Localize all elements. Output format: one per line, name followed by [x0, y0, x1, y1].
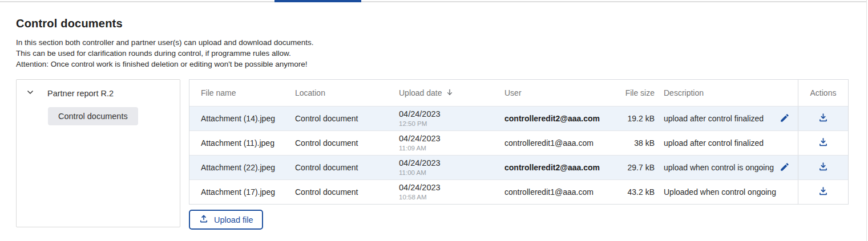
- report-tree-panel: Partner report R.2 Control documents: [16, 79, 180, 227]
- upload-date: 04/24/2023: [399, 134, 441, 144]
- tree-item-partner-report[interactable]: Partner report R.2: [17, 80, 180, 99]
- upload-file-button-label: Upload file: [214, 215, 253, 224]
- edit-description-button[interactable]: [780, 113, 798, 125]
- pencil-icon: [780, 113, 790, 125]
- description-text: Uploaded when control ongoing: [664, 187, 776, 197]
- upload-date: 04/24/2023: [399, 110, 441, 119]
- column-header-file-size[interactable]: File size: [605, 88, 657, 97]
- table-row: Attachment (17).jpeg Control document 04…: [189, 179, 848, 204]
- column-header-upload-date-label: Upload date: [399, 88, 442, 97]
- table-row: Attachment (22).jpeg Control document 04…: [189, 155, 848, 179]
- user-cell: controlleredit1@aaa.com: [504, 138, 605, 148]
- column-header-location[interactable]: Location: [295, 88, 399, 97]
- description-cell: upload after control finalized: [657, 113, 798, 125]
- file-size-cell: 43.2 kB: [605, 187, 657, 197]
- tab-strip: [0, 0, 866, 2]
- description-cell: upload after control finalized: [657, 138, 798, 148]
- user-cell: controlleredit2@aaa.com: [504, 163, 605, 172]
- upload-date: 04/24/2023: [399, 159, 441, 168]
- description-cell: upload when control is ongoing: [657, 162, 798, 174]
- location-cell: Control document: [295, 114, 399, 123]
- download-button[interactable]: [818, 186, 829, 198]
- actions-cell: [798, 131, 848, 155]
- upload-date: 04/24/2023: [399, 183, 441, 193]
- actions-cell: [798, 156, 848, 179]
- location-cell: Control document: [295, 187, 399, 197]
- download-button[interactable]: [818, 112, 829, 125]
- control-documents-chip[interactable]: Control documents: [48, 107, 138, 125]
- actions-cell: [798, 107, 848, 130]
- upload-icon: [199, 214, 209, 226]
- file-size-cell: 19.2 kB: [605, 114, 657, 123]
- actions-cell: [798, 180, 848, 204]
- user-cell: controlleredit1@aaa.com: [504, 187, 605, 197]
- upload-time: 12:50 PM: [399, 120, 441, 128]
- description-text: upload after control finalized: [664, 114, 764, 123]
- upload-date-cell: 04/24/2023 12:50 PM: [399, 110, 504, 128]
- table-row: Attachment (11).jpeg Control document 04…: [189, 130, 848, 155]
- section-description: In this section both controller and part…: [16, 37, 850, 70]
- chevron-down-icon[interactable]: [26, 88, 35, 99]
- upload-time: 10:58 AM: [399, 194, 441, 201]
- download-icon: [818, 112, 829, 125]
- location-cell: Control document: [295, 138, 399, 148]
- tree-item-label[interactable]: Partner report R.2: [47, 89, 114, 98]
- column-header-description[interactable]: Description: [657, 88, 798, 97]
- user-cell: controlleredit2@aaa.com: [504, 114, 605, 123]
- control-documents-page: Control documents In this section both c…: [0, 0, 867, 241]
- file-name-cell: Attachment (17).jpeg: [189, 187, 295, 197]
- documents-table: File name Location Upload date User File…: [189, 79, 849, 205]
- upload-time: 11:09 AM: [399, 145, 441, 152]
- download-icon: [818, 186, 829, 198]
- column-header-actions: Actions: [798, 80, 848, 106]
- column-header-upload-date[interactable]: Upload date: [399, 88, 504, 98]
- upload-date-cell: 04/24/2023 11:00 AM: [399, 159, 504, 177]
- download-button[interactable]: [818, 161, 829, 174]
- description-cell: Uploaded when control ongoing: [657, 187, 798, 197]
- description-line: This can be used for clarification round…: [16, 48, 850, 59]
- table-row: Attachment (14).jpeg Control document 04…: [189, 106, 848, 130]
- description-text: upload after control finalized: [664, 138, 764, 148]
- tab-strip-divider: [0, 1, 866, 2]
- file-name-cell: Attachment (11).jpeg: [189, 138, 295, 148]
- description-line: In this section both controller and part…: [16, 37, 850, 48]
- upload-time: 11:00 AM: [399, 169, 441, 177]
- page-title: Control documents: [16, 17, 850, 30]
- download-icon: [818, 161, 829, 174]
- upload-file-button[interactable]: Upload file: [189, 210, 263, 230]
- pencil-icon: [780, 162, 790, 174]
- table-header-row: File name Location Upload date User File…: [189, 80, 848, 106]
- description-text: upload when control is ongoing: [664, 163, 774, 172]
- upload-date-cell: 04/24/2023 11:09 AM: [399, 134, 504, 152]
- file-size-cell: 38 kB: [605, 138, 657, 148]
- location-cell: Control document: [295, 163, 399, 172]
- file-name-cell: Attachment (22).jpeg: [189, 163, 295, 172]
- active-tab-indicator: [274, 0, 361, 2]
- download-button[interactable]: [818, 137, 829, 149]
- file-size-cell: 29.7 kB: [605, 163, 657, 172]
- column-header-file-name[interactable]: File name: [189, 88, 295, 97]
- edit-description-button[interactable]: [780, 162, 798, 174]
- upload-date-cell: 04/24/2023 10:58 AM: [399, 183, 504, 201]
- description-line: Attention: Once control work is finished…: [16, 59, 850, 70]
- column-header-user[interactable]: User: [504, 88, 605, 97]
- sort-descending-icon[interactable]: [446, 88, 454, 98]
- download-icon: [818, 137, 829, 149]
- file-name-cell: Attachment (14).jpeg: [189, 114, 295, 123]
